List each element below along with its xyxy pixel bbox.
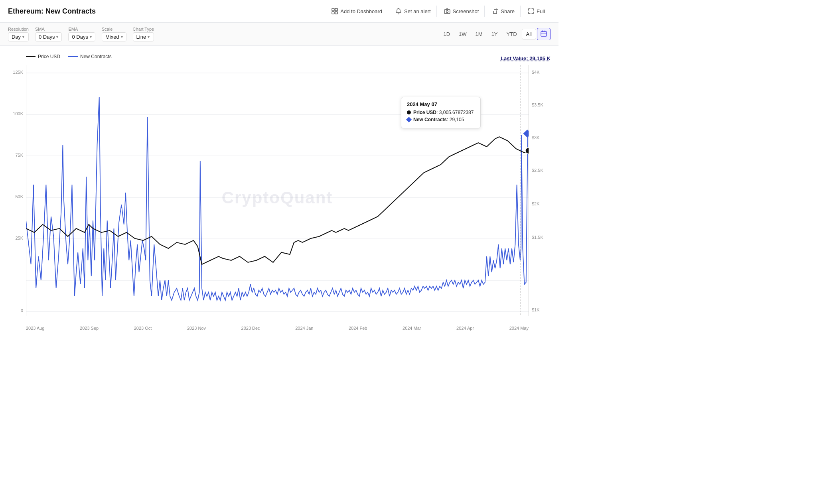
x-label-mar24: 2024 Mar — [403, 326, 421, 331]
legend-price: Price USD — [26, 54, 60, 59]
chart-tooltip: 2024 May 07 Price USD: 3,005.67872387 Ne… — [401, 97, 481, 128]
tooltip-contracts-diamond — [406, 117, 412, 122]
tooltip-date: 2024 May 07 — [407, 101, 475, 107]
time-1d-button[interactable]: 1D — [439, 29, 454, 39]
price-line-indicator — [26, 56, 36, 57]
sma-control: SMA 0 Days ▾ — [35, 27, 62, 41]
time-1y-button[interactable]: 1Y — [487, 29, 502, 39]
chart-container: Price USD New Contracts Last Value: 29.1… — [0, 46, 558, 339]
tooltip-contracts-row: New Contracts: 29,105 — [407, 117, 475, 122]
svg-text:0: 0 — [21, 308, 23, 313]
svg-text:$1.5K: $1.5K — [532, 235, 543, 240]
y-axis-left: 125K 100K 75K 50K 25K 0 — [4, 65, 26, 331]
svg-text:$4K: $4K — [532, 70, 540, 75]
x-label-aug23: 2023 Aug — [26, 326, 45, 331]
time-all-button[interactable]: All — [522, 29, 536, 39]
svg-text:125K: 125K — [13, 70, 23, 75]
calendar-icon — [541, 30, 547, 37]
svg-text:$1K: $1K — [532, 307, 540, 312]
controls-bar: Resolution Day ▾ SMA 0 Days ▾ EMA 0 Days… — [0, 23, 558, 46]
ema-control: EMA 0 Days ▾ — [68, 27, 95, 41]
scale-label: Scale — [102, 27, 126, 32]
contracts-cursor-dot — [523, 130, 529, 138]
dashboard-icon — [332, 8, 338, 14]
tooltip-contracts-label: New Contracts: 29,105 — [413, 117, 464, 122]
x-label-apr24: 2024 Apr — [456, 326, 474, 331]
last-value-label: Last Value: 29.105 K — [501, 55, 551, 61]
chevron-down-icon: ▾ — [22, 35, 24, 39]
camera-icon — [444, 8, 450, 14]
scale-control: Scale Mixed ▾ — [102, 27, 126, 41]
price-cursor-dot — [525, 148, 529, 154]
svg-text:25K: 25K — [15, 236, 23, 240]
svg-rect-0 — [332, 8, 334, 11]
share-button[interactable]: Share — [486, 6, 521, 17]
x-label-may24: 2024 May — [509, 326, 529, 331]
chevron-down-icon: ▾ — [121, 35, 123, 39]
chevron-down-icon: ▾ — [90, 35, 92, 39]
date-picker-button[interactable] — [537, 28, 551, 40]
page-header: Ethereum: New Contracts Add to Dashboard — [0, 0, 558, 23]
svg-text:100K: 100K — [13, 111, 23, 116]
resolution-control: Resolution Day ▾ — [8, 27, 29, 41]
x-label-sep23: 2023 Sep — [80, 326, 99, 331]
ema-label: EMA — [68, 27, 95, 32]
chevron-down-icon: ▾ — [56, 35, 58, 39]
time-1w-button[interactable]: 1W — [455, 29, 471, 39]
sma-label: SMA — [35, 27, 62, 32]
resolution-select[interactable]: Day ▾ — [8, 32, 29, 41]
svg-point-5 — [446, 11, 448, 13]
main-chart: CryptoQuant — [26, 65, 529, 331]
time-range-controls: 1D 1W 1M 1Y YTD All — [439, 28, 551, 40]
header-actions: Add to Dashboard Set an alert Screenshot — [326, 6, 551, 17]
share-icon — [492, 8, 498, 14]
page-title: Ethereum: New Contracts — [8, 7, 96, 16]
svg-rect-3 — [335, 12, 337, 14]
set-alert-button[interactable]: Set an alert — [390, 6, 437, 17]
chart-type-label: Chart Type — [133, 27, 154, 32]
x-label-dec23: 2023 Dec — [241, 326, 260, 331]
x-label-nov23: 2023 Nov — [187, 326, 206, 331]
legend-contracts: New Contracts — [68, 54, 112, 59]
chevron-down-icon: ▾ — [148, 35, 150, 39]
sma-select[interactable]: 0 Days ▾ — [35, 32, 62, 41]
svg-text:$3K: $3K — [532, 135, 540, 140]
resolution-label: Resolution — [8, 27, 29, 32]
add-to-dashboard-button[interactable]: Add to Dashboard — [326, 6, 388, 17]
svg-rect-4 — [444, 10, 450, 14]
fullscreen-icon — [528, 8, 534, 14]
svg-text:$3.5K: $3.5K — [532, 102, 543, 107]
tooltip-price-label: Price USD: 3,005.67872387 — [413, 110, 474, 115]
svg-text:50K: 50K — [15, 194, 23, 199]
time-1m-button[interactable]: 1M — [472, 29, 487, 39]
fullscreen-button[interactable]: Full — [522, 6, 551, 17]
svg-text:$2.5K: $2.5K — [532, 168, 543, 173]
svg-text:75K: 75K — [15, 153, 23, 158]
chart-type-select[interactable]: Line ▾ — [133, 32, 154, 41]
chart-wrapper: 125K 100K 75K 50K 25K 0 CryptoQuant — [4, 65, 551, 331]
svg-rect-1 — [335, 8, 337, 11]
x-label-feb24: 2024 Feb — [349, 326, 367, 331]
svg-rect-6 — [541, 32, 547, 36]
y-axis-right: $4K $3.5K $3K $2.5K $2K $1.5K $1K — [529, 65, 551, 331]
contracts-line-indicator — [68, 56, 78, 57]
tooltip-price-dot — [407, 110, 411, 114]
x-label-oct23: 2023 Oct — [134, 326, 152, 331]
x-label-jan24: 2024 Jan — [295, 326, 313, 331]
time-ytd-button[interactable]: YTD — [503, 29, 521, 39]
screenshot-button[interactable]: Screenshot — [438, 6, 485, 17]
svg-rect-2 — [332, 12, 334, 14]
svg-text:$2K: $2K — [532, 201, 540, 206]
scale-select[interactable]: Mixed ▾ — [102, 32, 126, 41]
bell-icon — [395, 8, 402, 14]
chart-type-control: Chart Type Line ▾ — [133, 27, 154, 41]
ema-select[interactable]: 0 Days ▾ — [68, 32, 95, 41]
tooltip-price-row: Price USD: 3,005.67872387 — [407, 110, 475, 115]
